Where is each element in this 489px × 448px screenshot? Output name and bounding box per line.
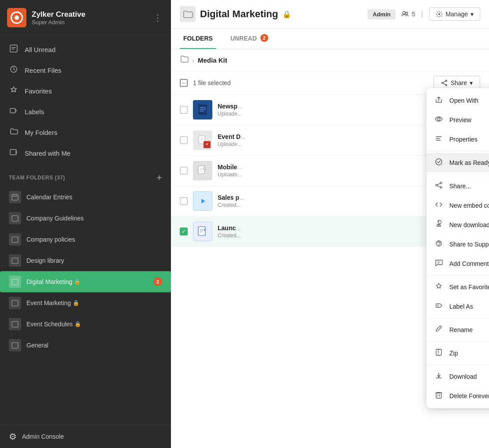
svg-rect-12 bbox=[12, 321, 18, 327]
file-checkbox-4[interactable] bbox=[180, 197, 188, 205]
sidebar-item-my-folders[interactable]: My Folders bbox=[0, 122, 171, 143]
breadcrumb: › Media Kit bbox=[171, 49, 489, 71]
file-thumbnail-2 bbox=[193, 131, 212, 150]
users-number: 5 bbox=[411, 11, 415, 18]
menu-item-properties[interactable]: Properties bbox=[426, 130, 489, 149]
labels-icon bbox=[9, 106, 19, 117]
admin-console-button[interactable]: ⚙ Admin Console bbox=[0, 425, 171, 448]
menu-item-open-with[interactable]: Open With › bbox=[426, 91, 489, 110]
zip-icon bbox=[434, 348, 443, 358]
svg-rect-8 bbox=[12, 237, 18, 243]
manage-button[interactable]: Manage ▾ bbox=[429, 7, 480, 21]
menu-item-new-download-link[interactable]: New download link bbox=[426, 215, 489, 235]
sidebar-nav: All Unread Recent Files Favorites Labels… bbox=[0, 36, 171, 167]
folder-icon-general bbox=[9, 339, 21, 351]
lock-icon: 🔒 bbox=[74, 321, 81, 327]
sidebar-menu-icon[interactable]: ⋮ bbox=[152, 11, 164, 25]
select-all-checkbox[interactable] bbox=[180, 79, 188, 87]
rename-icon bbox=[434, 325, 443, 335]
download-link-icon bbox=[434, 220, 443, 230]
menu-label: Share... bbox=[449, 183, 489, 190]
sidebar-item-recent-files[interactable]: Recent Files bbox=[0, 60, 171, 81]
svg-point-36 bbox=[436, 184, 437, 186]
menu-item-rename[interactable]: Rename bbox=[426, 320, 489, 340]
menu-label: Properties bbox=[449, 136, 489, 143]
svg-point-39 bbox=[437, 305, 438, 306]
menu-item-delete-forever[interactable]: Delete Forever bbox=[426, 386, 489, 406]
menu-divider bbox=[426, 174, 489, 175]
sidebar-item-favorites[interactable]: Favorites bbox=[0, 81, 171, 101]
menu-item-share-to-support[interactable]: Share to Support bbox=[426, 235, 489, 254]
sidebar-item-general[interactable]: General bbox=[0, 335, 171, 356]
menu-divider bbox=[426, 318, 489, 318]
svg-rect-10 bbox=[12, 279, 18, 285]
folder-label: Event Marketing bbox=[26, 299, 71, 306]
menu-item-new-embed-code[interactable]: New embed code bbox=[426, 196, 489, 215]
tab-folders[interactable]: FOLDERS bbox=[180, 29, 216, 49]
menu-item-share[interactable]: Share... › bbox=[426, 176, 489, 196]
menu-item-preview[interactable]: Preview bbox=[426, 110, 489, 130]
team-folders-label: TEAM FOLDERS (37) bbox=[9, 175, 65, 181]
breadcrumb-separator: › bbox=[192, 56, 194, 64]
svg-rect-2 bbox=[11, 49, 15, 50]
menu-label: Label As bbox=[449, 303, 489, 310]
sidebar-item-label: Favorites bbox=[25, 87, 52, 95]
menu-label: Add Comment... bbox=[449, 260, 489, 267]
sidebar-item-company-guidelines[interactable]: Company Guidelines bbox=[0, 208, 171, 229]
menu-item-zip[interactable]: Zip bbox=[426, 343, 489, 363]
file-checkbox-1[interactable] bbox=[180, 106, 188, 114]
sidebar-item-design-library[interactable]: Design library bbox=[0, 250, 171, 271]
main-lock-icon: 🔒 bbox=[282, 10, 291, 19]
menu-item-label-as[interactable]: Label As › bbox=[426, 297, 489, 316]
sidebar-item-label: Labels bbox=[25, 108, 44, 116]
sidebar-item-calendar-entries[interactable]: Calendar Entries bbox=[0, 187, 171, 208]
file-checkbox-2[interactable] bbox=[180, 136, 188, 144]
sidebar-item-all-unread[interactable]: All Unread bbox=[0, 39, 171, 60]
sidebar-item-label: All Unread bbox=[25, 46, 56, 53]
svg-point-38 bbox=[438, 245, 439, 246]
file-checkbox-3[interactable] bbox=[180, 167, 188, 175]
main-title: Digital Marketing bbox=[200, 8, 278, 20]
menu-divider bbox=[426, 151, 489, 151]
menu-item-set-as-favorite[interactable]: Set as Favorite bbox=[426, 277, 489, 297]
sidebar-item-digital-marketing[interactable]: Digital Marketing 🔒 2 bbox=[0, 271, 171, 292]
favorite-icon bbox=[434, 282, 443, 292]
menu-item-mark-as-ready[interactable]: Mark as Ready bbox=[426, 153, 489, 172]
file-thumbnail-5 bbox=[193, 222, 212, 241]
folder-label: Digital Marketing bbox=[26, 278, 72, 285]
properties-icon bbox=[434, 134, 443, 144]
svg-point-18 bbox=[445, 85, 447, 86]
menu-item-download[interactable]: Download bbox=[426, 367, 489, 386]
sidebar-item-shared-with-me[interactable]: Shared with Me bbox=[0, 143, 171, 164]
admin-console-icon: ⚙ bbox=[9, 431, 17, 442]
sidebar-item-label: Recent Files bbox=[25, 67, 61, 74]
menu-label: Preview bbox=[449, 116, 489, 123]
menu-item-add-comment[interactable]: Add Comment... bbox=[426, 254, 489, 273]
folder-icon-design bbox=[9, 254, 21, 267]
sidebar-item-label: My Folders bbox=[25, 129, 57, 136]
sidebar-item-event-marketing[interactable]: Event Marketing 🔒 bbox=[0, 292, 171, 314]
svg-rect-41 bbox=[436, 393, 441, 398]
file-thumbnail-4 bbox=[193, 191, 212, 211]
sidebar-item-label: Shared with Me bbox=[25, 149, 70, 157]
svg-rect-6 bbox=[12, 194, 18, 200]
svg-rect-27 bbox=[200, 139, 204, 140]
add-team-folder-button[interactable]: + bbox=[157, 173, 162, 182]
team-folders-list: Calendar Entries Company Guidelines Comp… bbox=[0, 187, 171, 425]
main-folder-icon bbox=[180, 6, 196, 22]
sidebar-item-labels[interactable]: Labels bbox=[0, 101, 171, 122]
svg-point-15 bbox=[406, 12, 408, 15]
folder-label-row: Event Marketing 🔒 bbox=[26, 299, 79, 306]
tab-unread[interactable]: UNREAD 2 bbox=[227, 29, 272, 49]
sidebar-item-event-schedules[interactable]: Event Schedules 🔒 bbox=[0, 314, 171, 335]
menu-label: New download link bbox=[449, 221, 489, 228]
svg-point-17 bbox=[445, 80, 447, 82]
folder-label-row: Digital Marketing 🔒 bbox=[26, 278, 81, 285]
menu-divider bbox=[426, 365, 489, 365]
selected-count: 1 file selected bbox=[193, 79, 231, 86]
svg-rect-7 bbox=[12, 216, 18, 221]
file-checkbox-5[interactable]: ✓ bbox=[180, 228, 188, 235]
breadcrumb-folder-icon bbox=[180, 55, 189, 66]
sidebar-item-company-policies[interactable]: Company policies bbox=[0, 229, 171, 250]
admin-console-label: Admin Console bbox=[22, 433, 64, 440]
